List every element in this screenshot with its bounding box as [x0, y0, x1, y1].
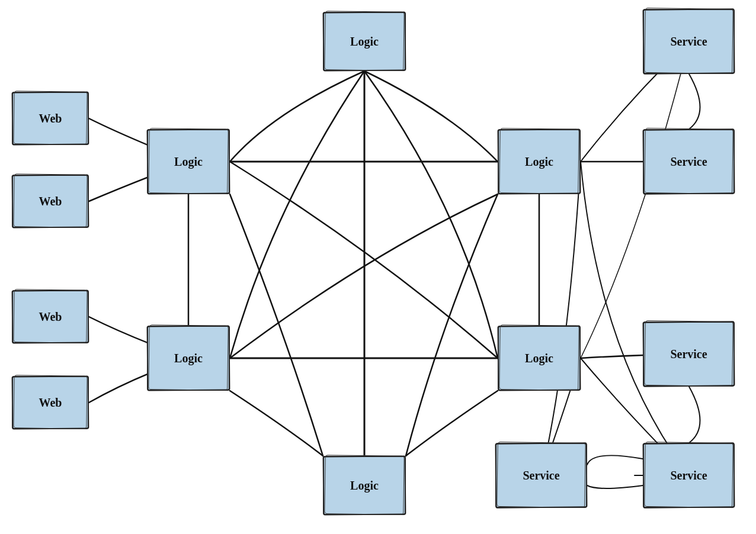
node-logic-bleft: Logic [147, 326, 230, 391]
node-label-svc-tr1: Service [670, 35, 707, 49]
node-logic-left: Logic [147, 129, 230, 194]
node-svc-tr1: Service [643, 9, 735, 74]
node-label-web-bl2: Web [39, 396, 62, 410]
node-label-logic-right: Logic [525, 155, 553, 169]
node-web-tl1: Web [12, 92, 89, 145]
node-label-web-tl1: Web [39, 112, 62, 126]
node-logic-right: Logic [498, 129, 581, 194]
node-label-logic-left: Logic [174, 155, 203, 169]
node-web-bl2: Web [12, 376, 89, 429]
node-logic-bottom: Logic [323, 456, 406, 515]
node-logic-bright: Logic [498, 326, 581, 391]
node-label-web-tl2: Web [39, 195, 62, 208]
node-label-svc-tr2: Service [670, 155, 707, 169]
node-label-svc-bm1: Service [523, 469, 559, 482]
node-label-logic-bottom: Logic [350, 479, 379, 493]
node-svc-br1: Service [643, 321, 735, 387]
node-label-svc-br1: Service [670, 348, 707, 361]
node-label-logic-bright: Logic [525, 352, 553, 365]
node-svc-bm1: Service [495, 443, 587, 508]
node-web-tl2: Web [12, 175, 89, 228]
node-logic-top: Logic [323, 12, 406, 71]
node-label-logic-top: Logic [350, 35, 379, 49]
diagram: Logic Logic Logic Logic Logic Logic Web … [0, 0, 756, 534]
node-label-svc-br2: Service [670, 469, 707, 482]
node-label-web-bl1: Web [39, 310, 62, 324]
node-label-logic-bleft: Logic [174, 352, 203, 365]
node-web-bl1: Web [12, 290, 89, 343]
node-svc-br2: Service [643, 443, 735, 508]
node-svc-tr2: Service [643, 129, 735, 194]
